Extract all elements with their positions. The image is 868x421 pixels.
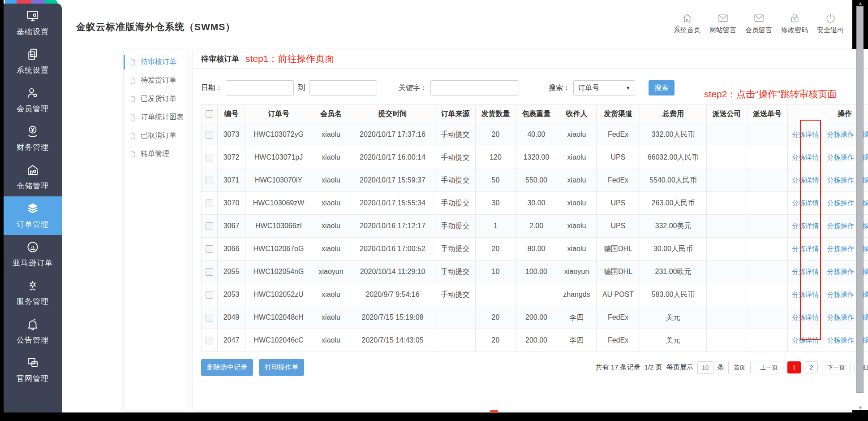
per-page-input[interactable] [697,361,713,374]
sidebar-item[interactable]: 订单管理 [4,196,62,235]
action-sort-detail-link[interactable]: 分拣详情 [791,199,820,208]
action-sort-detail-link[interactable]: 分拣详情 [791,291,820,299]
action-sort-operate-link[interactable]: 分拣操作 [826,176,855,185]
action-sort-detail-link[interactable]: 分拣详情 [791,176,820,185]
cell-qty: 20 [476,329,516,352]
row-checkbox[interactable] [206,222,213,230]
cell-recipient: 李四 [557,306,597,329]
pagination: 共有 17 条记录 1/2 页 每页展示 条 首页 上一页 1 2 下一页 尾页… [596,361,868,374]
cell-recipient: xiaolu [557,215,597,238]
row-checkbox[interactable] [206,131,213,139]
sidebar-item[interactable]: 公告管理 [4,312,62,351]
topnav-item[interactable]: 会员留言 [745,13,773,35]
table-row: 3070 HWC103069zW xiaolu 2020/10/17 15:55… [202,192,868,215]
submenu-item[interactable]: 转单管理 [124,145,188,163]
annotation-step2: step2：点击“操作”跳转审核页面 [704,88,837,100]
action-sort-detail-link[interactable]: 分拣详情 [791,336,820,345]
submenu-item[interactable]: 订单统计图表 [124,108,188,126]
topnav-item[interactable]: 安全退出 [816,13,844,35]
page-button-2[interactable]: 2 [805,361,818,373]
action-sort-operate-link[interactable]: 分拣操作 [826,130,855,139]
topnav-item[interactable]: 系统首页 [673,13,701,35]
mail-icon [718,13,729,24]
row-checkbox[interactable] [206,314,213,321]
action-sort-detail-link[interactable]: 分拣详情 [791,313,820,322]
action-sort-operate-link[interactable]: 分拣操作 [826,245,855,253]
cell-member: xiaoyun [312,260,350,283]
topnav-item[interactable]: 修改密码 [781,13,808,35]
date-from-input[interactable] [226,80,294,95]
action-sort-operate-link[interactable]: 分拣操作 [826,222,855,230]
bell-icon [26,317,39,331]
cell-recipient: xiaolu [557,238,597,260]
per-page-unit: 条 [718,363,724,372]
row-checkbox[interactable] [206,291,213,299]
col-header: 会员名 [312,105,350,123]
amazon-icon: a [26,240,39,254]
sidebar-item[interactable]: 会员管理 [4,81,62,119]
sidebar-item[interactable]: 官网管理 [4,351,62,389]
cell-source [435,329,476,352]
next-page-button[interactable]: 下一页 [822,361,851,374]
cell-delivery-company [707,260,747,283]
row-checkbox[interactable] [206,177,213,184]
submenu-item[interactable]: 已取消订单 [124,126,188,145]
documents-icon [26,48,39,61]
keyword-input[interactable] [430,80,519,95]
submenu-item[interactable]: 已发货订单 [124,90,188,108]
date-to-input[interactable] [309,80,377,95]
row-checkbox[interactable] [206,337,213,344]
sidebar-item[interactable]: 基础设置 [4,4,62,42]
cell-delivery-company [707,329,747,352]
action-sort-detail-link[interactable]: 分拣详情 [791,153,820,162]
cell-weight: 80.00 [516,238,557,260]
first-page-button[interactable]: 首页 [728,361,751,374]
page-title: 金蚁云标准版海外仓系统（SWMS） [76,21,235,33]
print-operation-sheet-button[interactable]: 打印操作单 [259,359,304,376]
submenu-item[interactable]: 待发货订单 [124,71,188,90]
action-sort-operate-link[interactable]: 分拣操作 [826,199,855,208]
action-sort-operate-link[interactable]: 分拣操作 [826,291,855,299]
prev-page-button[interactable]: 上一页 [755,361,783,374]
row-checkbox[interactable] [206,200,213,207]
col-header: 订单来源 [435,105,476,123]
vertical-scrollbar[interactable] [856,6,864,393]
cell-submit-time: 2020/10/17 15:55:34 [350,192,435,215]
action-sort-operate-link[interactable]: 分拣操作 [826,268,855,276]
sidebar-item[interactable]: 系统设置 [4,42,62,81]
row-checkbox[interactable] [206,245,213,253]
cell-qty: 20 [476,306,516,329]
action-sort-operate-link[interactable]: 分拣操作 [826,336,855,345]
action-sort-operate-link[interactable]: 分拣操作 [826,153,855,162]
topnav-item[interactable]: 网站留言 [709,13,737,35]
cell-member: xiaolu [312,306,350,329]
tab-pending-review-orders[interactable]: 待审核订单 [201,54,239,64]
sidebar-item[interactable]: 财务管理 [4,119,62,158]
sidebar-item[interactable]: 仓储管理 [4,158,62,196]
sidebar-item[interactable]: a 亚马逊订单 [4,235,62,273]
page-info: 1/2 页 [645,363,662,372]
submenu-item[interactable]: 待审核订单 [124,53,188,71]
cell-submit-time: 2020/7/15 15:19:08 [350,306,435,329]
search-button[interactable]: 搜索 [649,80,675,95]
sidebar-item[interactable]: 服务管理 [4,273,62,312]
select-all-checkbox[interactable] [206,110,213,118]
cell-weight: 200.00 [516,329,557,352]
cell-channel: FedEx [597,169,640,192]
scroll-down-icon[interactable]: ▼ [857,405,864,410]
row-checkbox[interactable] [206,268,213,276]
search-type-select[interactable]: 订单号 ▼ [573,80,635,95]
col-header: 派送公司 [707,105,747,123]
delete-selected-button[interactable]: 删除选中记录 [201,359,253,376]
row-checkbox[interactable] [206,154,213,161]
action-sort-operate-link[interactable]: 分拣操作 [826,313,855,322]
action-sort-detail-link[interactable]: 分拣详情 [791,268,820,276]
action-sort-detail-link[interactable]: 分拣详情 [791,245,820,253]
cell-total-cost: 美元 [640,306,707,329]
action-sort-detail-link[interactable]: 分拣详情 [791,222,820,230]
page-button-1[interactable]: 1 [787,361,800,373]
scroll-up-icon[interactable]: ▲ [857,0,864,6]
action-sort-detail-link[interactable]: 分拣详情 [791,130,820,139]
cell-total-cost: 美元 [640,329,707,352]
cell-delivery-no [747,306,788,329]
